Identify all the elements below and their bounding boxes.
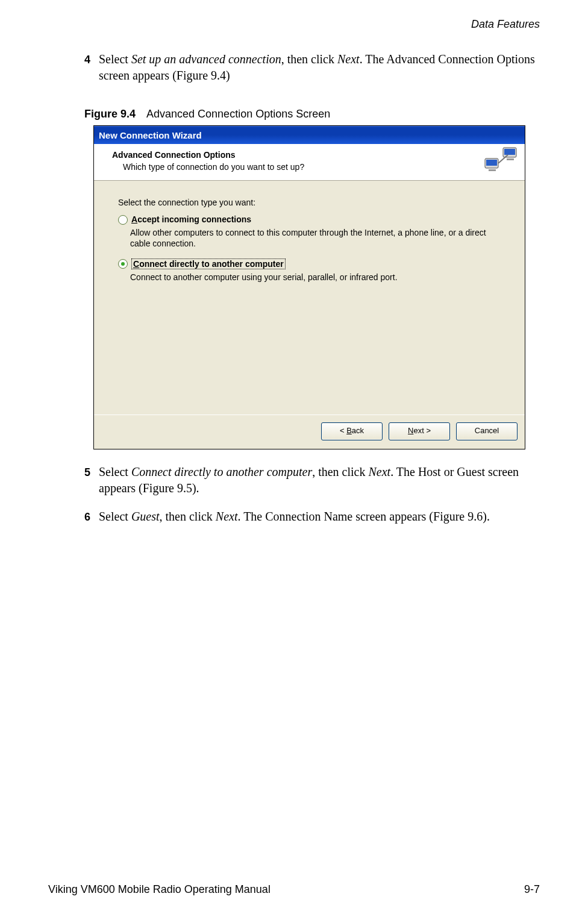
svg-rect-1 bbox=[504, 149, 515, 155]
network-icon bbox=[483, 146, 519, 178]
step-5: 5 Select Connect directly to another com… bbox=[84, 464, 540, 496]
dialog-footer: < Back Next > Cancel bbox=[94, 415, 525, 449]
t: ext > bbox=[413, 426, 431, 435]
t: Next bbox=[337, 52, 360, 66]
page-header-section: Data Features bbox=[471, 18, 540, 31]
step-text: Select Connect directly to another compu… bbox=[99, 464, 540, 496]
figure-label: Figure 9.4 bbox=[84, 108, 136, 120]
step-6: 6 Select Guest, then click Next. The Con… bbox=[84, 509, 540, 525]
figure-title: Advanced Connection Options Screen bbox=[146, 108, 330, 120]
step-number: 5 bbox=[84, 465, 99, 496]
page-footer: Viking VM600 Mobile Radio Operating Manu… bbox=[48, 883, 540, 896]
next-button[interactable]: Next > bbox=[389, 422, 450, 440]
t: Select bbox=[99, 52, 131, 66]
figure-caption: Figure 9.4Advanced Connection Options Sc… bbox=[84, 108, 540, 121]
cancel-button[interactable]: Cancel bbox=[456, 422, 518, 440]
t: , then click bbox=[281, 52, 337, 66]
svg-rect-3 bbox=[486, 160, 497, 166]
radio-label: Accept incoming connections bbox=[131, 214, 251, 224]
footer-right: 9-7 bbox=[524, 883, 540, 896]
t: onnect directly to another computer bbox=[139, 259, 284, 269]
dialog-title: New Connection Wizard bbox=[99, 130, 202, 140]
accel: N bbox=[408, 426, 413, 435]
radio-label: Connect directly to another computer bbox=[131, 258, 286, 269]
t: Set up an advanced connection bbox=[131, 52, 281, 66]
radio-desc: Connect to another computer using your s… bbox=[130, 272, 501, 283]
wizard-dialog: New Connection Wizard Advanced Connectio… bbox=[93, 125, 525, 449]
t: Next bbox=[369, 465, 391, 478]
dialog-prompt: Select the connection type you want: bbox=[118, 198, 501, 207]
radio-connect-directly[interactable]: Connect directly to another computer bbox=[118, 258, 501, 269]
step-text: Select Guest, then click Next. The Conne… bbox=[99, 509, 540, 525]
dialog-heading: Advanced Connection Options bbox=[112, 150, 471, 160]
radio-icon[interactable] bbox=[118, 259, 128, 269]
step-4: 4 Select Set up an advanced connection, … bbox=[84, 51, 540, 84]
t: < bbox=[340, 426, 346, 435]
step-text: Select Set up an advanced connection, th… bbox=[99, 51, 540, 84]
t: , then click bbox=[160, 510, 216, 523]
accel: A bbox=[131, 214, 137, 224]
dialog-body: Select the connection type you want: Acc… bbox=[94, 181, 525, 415]
t: Connect directly to another computer bbox=[131, 465, 312, 478]
dialog-subheading: Which type of connection do you want to … bbox=[123, 162, 471, 172]
step-number: 6 bbox=[84, 510, 99, 525]
t: ack bbox=[352, 426, 364, 435]
t: Next bbox=[216, 510, 238, 523]
svg-rect-6 bbox=[507, 158, 514, 160]
back-button[interactable]: < Back bbox=[321, 422, 383, 440]
t: , then click bbox=[312, 465, 368, 478]
t: . The Connection Name screen appears (Fi… bbox=[238, 510, 490, 523]
t: Select bbox=[99, 510, 131, 523]
footer-left: Viking VM600 Mobile Radio Operating Manu… bbox=[48, 883, 271, 896]
radio-accept-incoming[interactable]: Accept incoming connections bbox=[118, 214, 501, 225]
step-number: 4 bbox=[84, 52, 99, 84]
svg-rect-5 bbox=[489, 169, 496, 171]
radio-icon[interactable] bbox=[118, 215, 128, 225]
accel: C bbox=[133, 259, 139, 269]
t: ccept incoming connections bbox=[137, 214, 251, 224]
dialog-titlebar[interactable]: New Connection Wizard bbox=[94, 126, 525, 144]
t: Guest bbox=[131, 510, 160, 523]
accel: B bbox=[346, 426, 352, 435]
dialog-header: Advanced Connection Options Which type o… bbox=[94, 144, 525, 181]
radio-desc: Allow other computers to connect to this… bbox=[130, 227, 501, 249]
t: Select bbox=[99, 465, 131, 478]
